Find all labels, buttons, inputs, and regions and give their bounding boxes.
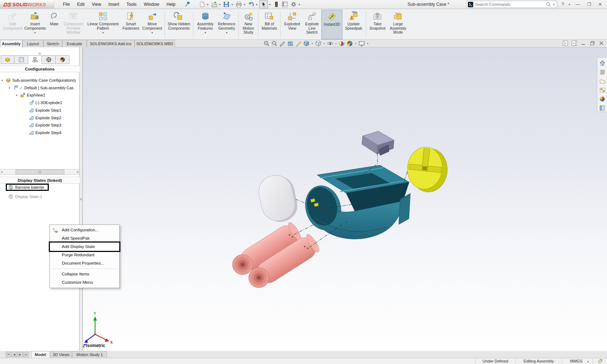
display-style-button[interactable] <box>315 40 322 47</box>
menu-file[interactable]: File <box>59 0 73 9</box>
menu-item-add-configuration[interactable]: Add Configuration... <box>50 226 119 234</box>
smart-fasteners-button[interactable]: Smart Fasteners <box>121 10 141 39</box>
design-library-button[interactable] <box>598 68 606 76</box>
select-tool-button[interactable] <box>259 0 268 8</box>
restore-button[interactable]: ❐ <box>584 1 594 8</box>
tree-item-explode-step2[interactable]: Explode Step2 <box>29 114 61 121</box>
help-dropdown[interactable]: ▾ <box>569 3 570 6</box>
tab-assembly[interactable]: Assembly <box>0 40 22 47</box>
tab-layout[interactable]: Layout <box>22 40 43 47</box>
settings-button[interactable] <box>290 1 298 8</box>
menu-edit[interactable]: Edit <box>73 0 88 9</box>
hide-show-items-button[interactable] <box>327 40 334 47</box>
scrollbar-thumb[interactable]: ⦀⦀ <box>16 170 64 174</box>
display-state-item-barvane-baterije[interactable]: Barvane baterije <box>6 184 49 191</box>
graphics-area[interactable]: Y X Z *Isometric <box>82 47 607 351</box>
doc-close-button[interactable] <box>599 40 604 46</box>
instant3d-button[interactable]: Instant3D <box>321 10 342 39</box>
dropdown-caret[interactable]: ▾ <box>102 31 104 35</box>
menu-item-customize-menu[interactable]: Customize Menu <box>50 278 119 287</box>
doc-minimize-button[interactable] <box>581 40 586 46</box>
menu-help[interactable]: Help <box>163 0 179 9</box>
appearances-scenes-button[interactable] <box>598 95 606 103</box>
solidworks-resources-button[interactable] <box>598 59 606 67</box>
apply-scene-dropdown[interactable]: ▾ <box>355 42 356 45</box>
doc-restore-button[interactable] <box>590 40 595 46</box>
tab-propertymanager[interactable] <box>14 55 28 64</box>
view-settings-button[interactable] <box>358 40 365 47</box>
menu-insert[interactable]: Insert <box>105 0 123 9</box>
menu-view[interactable]: View <box>88 0 105 9</box>
hide-show-items-dropdown[interactable]: ▾ <box>335 42 337 45</box>
menu-window[interactable]: Window <box>140 0 163 9</box>
dynamic-annotation-wand-button[interactable] <box>295 40 302 47</box>
expand-arrow[interactable]: ▾ <box>9 86 13 90</box>
tree-item-default-config[interactable]: ▾ ✓ Default [ Sub-assembly Cas <box>9 84 74 91</box>
tab-motion-study-1[interactable]: Motion Study 1 <box>72 351 107 358</box>
rebuild-button[interactable] <box>272 1 280 8</box>
panel-collapse-handle[interactable] <box>38 52 41 55</box>
select-dropdown[interactable]: ▾ <box>269 3 270 6</box>
zoom-to-fit-button[interactable] <box>263 40 270 47</box>
take-snapshot-button[interactable]: Take Snapshot <box>367 10 388 39</box>
open-file-dropdown[interactable]: ▾ <box>219 3 221 6</box>
view-orientation-button[interactable] <box>303 40 310 47</box>
new-file-dropdown[interactable]: ▾ <box>207 3 208 6</box>
tab-evaluate[interactable]: Evaluate <box>62 40 87 47</box>
options-list-button[interactable] <box>281 1 289 8</box>
tree-item-configurations-root[interactable]: ▾ Sub-assembly Case Configuration(s <box>1 77 76 84</box>
tab-featuremanager-design-tree[interactable] <box>1 55 14 64</box>
tree-item-explode-step1[interactable]: Explode Step1 <box>29 107 61 114</box>
search-commands-box[interactable]: ▾ <box>466 1 557 8</box>
insert-components-button[interactable]: Insert Components▾ <box>23 10 47 39</box>
undo-button[interactable] <box>247 1 255 8</box>
save-dropdown[interactable]: ▾ <box>231 3 233 6</box>
assembly-features-button[interactable]: Assembly Features▾ <box>195 10 216 39</box>
settings-dropdown[interactable]: ▾ <box>299 3 300 6</box>
tab-solidworks-mbd[interactable]: SOLIDWORKS MBD <box>134 40 175 47</box>
print-button[interactable] <box>235 1 243 8</box>
apply-scene-button[interactable] <box>346 40 353 47</box>
tab-solidworks-add-ins[interactable]: SOLIDWORKS Add-Ins <box>87 40 134 47</box>
view-orientation-dropdown[interactable]: ▾ <box>312 42 313 45</box>
undo-dropdown[interactable]: ▾ <box>256 3 257 6</box>
linear-component-pattern-button[interactable]: Linear Component Pattern▾ <box>85 10 121 39</box>
view-settings-dropdown[interactable]: ▾ <box>367 42 368 45</box>
explode-line-sketch-button[interactable]: Explode Line Sketch <box>303 10 321 39</box>
scroll-left-arrow[interactable]: ◂ <box>1 170 3 174</box>
minimize-button[interactable]: — <box>573 1 583 8</box>
tab-model[interactable]: Model <box>31 351 50 358</box>
search-magnifier-icon[interactable] <box>546 2 551 7</box>
open-file-button[interactable] <box>210 1 218 8</box>
tab-dimxpertmanager[interactable] <box>42 55 56 64</box>
search-dropdown[interactable]: ▾ <box>553 3 554 6</box>
units-selector[interactable]: MMGS ▴ <box>562 358 593 364</box>
part-case-lid[interactable] <box>362 131 394 155</box>
dropdown-caret[interactable]: ▾ <box>205 31 206 35</box>
last-tab-button[interactable]: ⏭ <box>23 352 29 357</box>
previous-view-button[interactable] <box>279 40 286 47</box>
file-explorer-button[interactable] <box>598 77 606 85</box>
tree-item-3dexplode1[interactable]: (-) 3DExplode1 <box>29 99 62 106</box>
expand-arrow[interactable]: ▾ <box>1 79 6 82</box>
dropdown-caret[interactable]: ▾ <box>226 31 227 35</box>
print-dropdown[interactable]: ▾ <box>244 3 245 6</box>
part-front-cover[interactable] <box>256 172 300 226</box>
tree-horizontal-scrollbar[interactable]: ◂ ⦀⦀ ▸ <box>1 169 79 175</box>
show-right-pane-button[interactable] <box>572 40 577 46</box>
first-tab-button[interactable]: ⏮ <box>6 352 11 357</box>
mate-button[interactable]: Mate <box>47 10 61 39</box>
close-button[interactable]: ✕ <box>595 1 605 8</box>
tab-configurationmanager[interactable] <box>28 55 42 64</box>
edit-component-button[interactable]: Edit Component <box>2 10 23 39</box>
component-preview-window-button[interactable]: Component Preview Window <box>61 10 85 39</box>
move-component-button[interactable]: Move Component▾ <box>141 10 163 39</box>
bill-of-materials-button[interactable]: Bill of Materials <box>260 10 279 39</box>
menu-item-document-properties[interactable]: Document Properties... <box>50 259 119 267</box>
tree-item-explview1[interactable]: ▾ ExplView1 <box>16 91 45 99</box>
part-end-cap[interactable] <box>405 145 449 194</box>
dropdown-caret[interactable]: ▾ <box>151 31 153 35</box>
menu-item-collapse-items[interactable]: Collapse Items <box>50 270 119 278</box>
menu-tools[interactable]: Tools <box>123 0 140 9</box>
tree-item-explode-step4[interactable]: Explode Step4 <box>29 129 61 136</box>
